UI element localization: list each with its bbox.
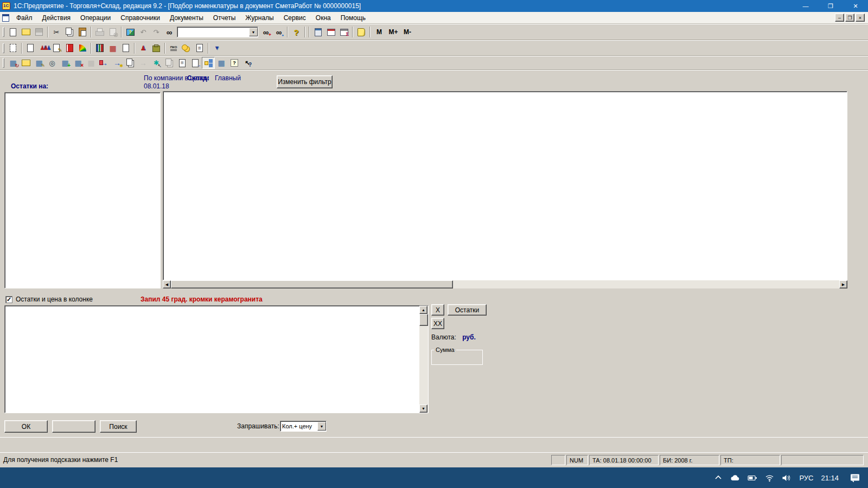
wifi-icon[interactable]: [765, 474, 774, 482]
context-help-button[interactable]: [241, 57, 254, 69]
document-text-button[interactable]: [176, 57, 189, 69]
table-properties-button[interactable]: [215, 57, 228, 69]
clock[interactable]: 21:14: [821, 474, 839, 482]
catalog-hscrollbar[interactable]: ◀ ▶: [163, 280, 847, 288]
vscroll-thumb[interactable]: [419, 314, 428, 326]
balances-button[interactable]: Остатки: [448, 304, 487, 316]
move-item-new-button[interactable]: [111, 57, 124, 69]
menu-item[interactable]: Окна: [311, 13, 336, 23]
notification-icon[interactable]: [850, 473, 860, 483]
cut-button[interactable]: [50, 26, 63, 38]
help-button[interactable]: [290, 26, 303, 38]
find-button[interactable]: [163, 26, 176, 38]
warehouse-value[interactable]: Главный: [215, 74, 241, 82]
language-indicator[interactable]: РУС: [799, 474, 813, 482]
toolbar-search-combobox[interactable]: ▼: [177, 27, 258, 37]
new-document-button[interactable]: [7, 26, 20, 38]
help-box-button[interactable]: [228, 57, 241, 69]
nomenclature-tree[interactable]: [4, 92, 161, 288]
scroll-down-icon[interactable]: ▼: [419, 404, 427, 413]
change-filter-button[interactable]: Изменить фильтр: [277, 75, 333, 88]
selection-table[interactable]: ▲ ▼: [4, 305, 429, 413]
memory-button[interactable]: M-: [400, 26, 414, 38]
scroll-left-icon[interactable]: ◀: [163, 280, 171, 288]
toolbar-grip[interactable]: [3, 27, 4, 37]
table-add-row-button[interactable]: [59, 57, 72, 69]
onedrive-icon[interactable]: [730, 474, 740, 481]
calendar-button[interactable]: [324, 26, 337, 38]
table-edit-button[interactable]: [33, 57, 46, 69]
menu-item[interactable]: Файл: [11, 13, 37, 23]
maximize-button[interactable]: ❐: [818, 0, 843, 12]
battery-icon[interactable]: [748, 474, 757, 481]
list-document-button[interactable]: [193, 42, 206, 54]
close-button[interactable]: ✕: [843, 0, 868, 12]
folder-new-button[interactable]: [20, 57, 33, 69]
document-dashed-button[interactable]: [7, 42, 20, 54]
quick-select-button[interactable]: [150, 57, 163, 69]
calculator-button[interactable]: [311, 26, 324, 38]
toolbar-grip[interactable]: [3, 58, 4, 68]
scroll-right-icon[interactable]: ▶: [839, 280, 847, 288]
save-button[interactable]: [33, 26, 46, 38]
paste-button[interactable]: [76, 26, 89, 38]
tree-structure-button[interactable]: [202, 57, 215, 69]
money-coins-button[interactable]: [180, 42, 193, 54]
copy-disabled-button[interactable]: [163, 57, 176, 69]
reports-rainbow-button[interactable]: [76, 42, 89, 54]
close-form-button[interactable]: [52, 420, 95, 433]
move-disabled-button[interactable]: [137, 57, 150, 69]
open-folder-button[interactable]: [20, 26, 33, 38]
ok-button[interactable]: ОК: [4, 420, 48, 433]
selection-vscrollbar[interactable]: ▲ ▼: [419, 306, 428, 413]
menu-item[interactable]: Сервис: [279, 13, 311, 23]
copy-item-button[interactable]: [124, 57, 137, 69]
catalog-people-button[interactable]: [37, 42, 50, 54]
child-minimize-button[interactable]: –: [835, 14, 844, 22]
menu-item[interactable]: Отчеты: [208, 13, 240, 23]
briefcase-button[interactable]: [150, 42, 163, 54]
toolbar-grip[interactable]: [3, 43, 4, 53]
new-document-2-button[interactable]: [24, 42, 37, 54]
search-button[interactable]: Поиск: [100, 420, 137, 433]
table-delete-row-button[interactable]: [72, 57, 85, 69]
balances-in-column-checkbox[interactable]: ✓: [5, 296, 12, 303]
pko-order-button[interactable]: [167, 42, 180, 54]
copy-button[interactable]: [63, 26, 76, 38]
child-restore-button[interactable]: ❐: [845, 14, 854, 22]
menu-item[interactable]: Операции: [75, 13, 116, 23]
print-preview-button[interactable]: [106, 26, 119, 38]
hscroll-track[interactable]: [453, 280, 839, 288]
notepad-edit-button[interactable]: [50, 42, 63, 54]
redo-button[interactable]: [150, 26, 163, 38]
menu-item[interactable]: Справочники: [116, 13, 165, 23]
journal-books-button[interactable]: [93, 42, 106, 54]
menu-item[interactable]: Действия: [37, 13, 76, 23]
find-forward-button[interactable]: [259, 26, 272, 38]
child-close-button[interactable]: ×: [856, 14, 865, 22]
move-item-button[interactable]: [98, 57, 111, 69]
menu-item[interactable]: Помощь: [336, 13, 371, 23]
view-magnifier-button[interactable]: [46, 57, 59, 69]
scroll-up-icon[interactable]: ▲: [419, 306, 427, 314]
chevron-up-icon[interactable]: [714, 474, 723, 481]
menu-item[interactable]: Журналы: [240, 13, 278, 23]
table-refresh-button[interactable]: [7, 57, 20, 69]
clear-all-button[interactable]: XX: [431, 318, 444, 329]
dropdown-arrow-icon[interactable]: ▼: [249, 28, 258, 36]
arrow-down-button[interactable]: [210, 42, 224, 54]
memory-button[interactable]: M+: [386, 26, 400, 38]
dropdown-arrow-icon[interactable]: ▼: [317, 422, 326, 431]
hscroll-thumb[interactable]: [171, 280, 453, 288]
print-button[interactable]: [93, 26, 106, 38]
report-small-button[interactable]: [119, 42, 132, 54]
menu-item[interactable]: Документы: [165, 13, 208, 23]
book-button[interactable]: [355, 26, 368, 38]
table-disabled-button[interactable]: [85, 57, 98, 69]
vscroll-track[interactable]: [419, 326, 428, 404]
journal-red-button[interactable]: [63, 42, 76, 54]
person-button[interactable]: [137, 42, 150, 54]
find-backward-button[interactable]: [272, 26, 285, 38]
catalog-table[interactable]: [163, 91, 847, 280]
document-transfer-button[interactable]: [189, 57, 202, 69]
